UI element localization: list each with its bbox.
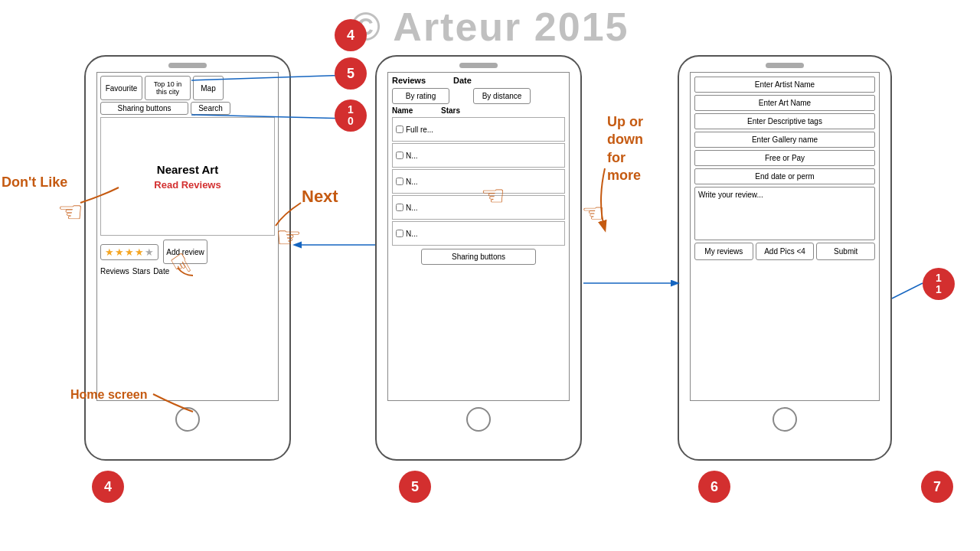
phone67-screen: Enter Artist Name Enter Art Name Enter D… — [690, 72, 880, 401]
list-item[interactable]: N... — [392, 195, 565, 220]
phone5-home-button[interactable] — [466, 407, 491, 432]
phone67-home-button[interactable] — [773, 407, 797, 432]
list-item-text-4: N... — [406, 204, 418, 212]
swipe-right-hand-icon: ☞ — [582, 197, 605, 228]
star-4: ★ — [135, 246, 144, 258]
list-item-text-1: Full re... — [406, 126, 433, 134]
sharing-buttons[interactable]: Sharing buttons — [100, 102, 188, 115]
by-distance-button[interactable]: By distance — [473, 88, 531, 104]
free-or-pay-input[interactable]: Free or Pay — [694, 150, 875, 166]
add-pics-button[interactable]: Add Pics <4 — [756, 243, 815, 260]
phone67-speaker — [766, 63, 804, 68]
star-rating[interactable]: ★ ★ ★ ★ ★ — [100, 244, 158, 260]
svg-line-4 — [892, 283, 923, 298]
nearest-art-title: Nearest Art — [157, 163, 218, 176]
phone67-bottom-buttons: My reviews Add Pics <4 Submit — [694, 243, 875, 260]
phone4-speaker — [168, 63, 207, 68]
list-item[interactable]: N... — [392, 169, 565, 194]
list-item-checkbox-2[interactable] — [396, 152, 403, 159]
up-or-down-label: Up ordownformore — [607, 113, 643, 185]
reviews-header: Reviews — [392, 76, 426, 85]
phone5-filters: By rating By distance — [388, 86, 569, 106]
phone5-list-header: Name Stars — [388, 106, 569, 116]
badge-9: 5 — [335, 57, 367, 90]
list-item-checkbox-3[interactable] — [396, 178, 403, 185]
phone5-speaker — [459, 63, 498, 68]
phone5-sharing-buttons[interactable]: Sharing buttons — [421, 249, 536, 265]
favourite-button[interactable]: Favourite — [100, 76, 142, 100]
date-header: Date — [453, 76, 472, 85]
list-item-text-2: N... — [406, 152, 418, 160]
list-item[interactable]: N... — [392, 143, 565, 168]
star-1: ★ — [105, 246, 114, 258]
phone4-nav: Favourite Top 10 in this city Map — [97, 73, 278, 102]
list-item-checkbox-5[interactable] — [396, 230, 403, 237]
descriptive-tags-input[interactable]: Enter Descriptive tags — [694, 113, 875, 129]
badge-11: 11 — [923, 268, 955, 300]
phone5-screen: Reviews Date By rating By distance Name … — [387, 72, 570, 401]
phone4-art-area: Nearest Art Read Reviews — [100, 117, 275, 236]
phone-67: Enter Artist Name Enter Art Name Enter D… — [678, 55, 892, 461]
badge-6: 6 — [698, 471, 730, 503]
gallery-name-input[interactable]: Enter Gallery name — [694, 132, 875, 148]
phone5-sharing: Sharing buttons — [392, 249, 565, 265]
next-hand-icon: ☞ — [276, 220, 302, 254]
submit-button[interactable]: Submit — [816, 243, 875, 260]
badge-4: 4 — [92, 471, 124, 503]
read-reviews-label[interactable]: Read Reviews — [154, 179, 220, 191]
dont-like-hand-icon: ☞ — [57, 195, 83, 229]
top10-button[interactable]: Top 10 in this city — [145, 76, 191, 100]
swipe-left-hand-icon: ☞ — [481, 180, 505, 212]
phone4-home-button[interactable] — [175, 407, 200, 432]
name-col-header: Name — [392, 106, 438, 115]
next-label: Next — [302, 187, 338, 207]
star-2: ★ — [115, 246, 124, 258]
stars-col-header: Stars — [441, 106, 460, 115]
list-item[interactable]: N... — [392, 221, 565, 246]
list-item-text-3: N... — [406, 178, 418, 186]
phone-5: Reviews Date By rating By distance Name … — [375, 55, 582, 461]
phone4-screen: Favourite Top 10 in this city Map Sharin… — [96, 72, 279, 401]
home-screen-label: Home screen — [70, 388, 148, 402]
list-item-checkbox-1[interactable] — [396, 126, 403, 133]
dont-like-label: Don't Like — [2, 174, 67, 191]
phone4-share-search: Sharing buttons Search — [97, 102, 278, 117]
watermark: © Arteur 2015 — [0, 4, 980, 50]
phone5-header: Reviews Date — [388, 73, 569, 86]
end-date-input[interactable]: End date or perm — [694, 168, 875, 184]
star-3: ★ — [125, 246, 134, 258]
badge-5: 5 — [399, 471, 431, 503]
badge-10: 10 — [335, 99, 367, 132]
by-rating-button[interactable]: By rating — [392, 88, 449, 104]
map-button[interactable]: Map — [193, 76, 224, 100]
review-textarea[interactable]: Write your review... — [694, 187, 875, 240]
badge-8: 4 — [335, 19, 367, 51]
art-name-input[interactable]: Enter Art Name — [694, 95, 875, 111]
reviews-label: Reviews — [100, 267, 129, 276]
artist-name-input[interactable]: Enter Artist Name — [694, 77, 875, 93]
badge-7: 7 — [921, 471, 953, 503]
stars-label: Stars — [132, 267, 150, 276]
list-item-checkbox-4[interactable] — [396, 204, 403, 211]
list-item[interactable]: Full re... — [392, 117, 565, 142]
search-button[interactable]: Search — [191, 102, 230, 115]
list-item-text-5: N... — [406, 230, 418, 238]
star-5: ★ — [145, 246, 154, 258]
my-reviews-button[interactable]: My reviews — [694, 243, 753, 260]
